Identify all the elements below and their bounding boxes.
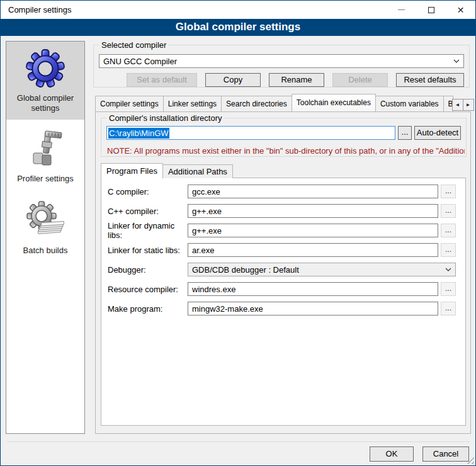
settings-category-list: Global compiler settings	[6, 41, 85, 434]
cpp-compiler-input[interactable]	[188, 204, 438, 218]
window-title: Compiler settings	[8, 1, 71, 19]
gray-gear-stack-icon	[9, 200, 82, 242]
make-program-input[interactable]	[188, 302, 438, 315]
auto-detect-button[interactable]: Auto-detect	[414, 126, 461, 140]
sidebar-item-profiler-settings[interactable]: Profiler settings	[6, 122, 84, 190]
make-program-label: Make program:	[101, 304, 188, 314]
toolchain-executables-page: Compiler's installation directory C:\ray…	[95, 111, 471, 434]
footer-divider	[7, 441, 470, 442]
rename-button[interactable]: Rename	[269, 73, 324, 87]
form-row-resource-compiler: Resource compiler: ...	[101, 282, 465, 296]
tab-linker-settings[interactable]: Linker settings	[163, 96, 222, 111]
settings-tabstrip: Compiler settings Linker settings Search…	[95, 94, 471, 111]
close-icon: ✕	[457, 6, 465, 14]
form-row-make-program: Make program: ...	[101, 302, 465, 315]
selected-path-text: C:\raylib\MinGW	[108, 128, 169, 139]
caption-buttons: ✕	[387, 1, 475, 19]
program-files-subtabs: Program Files Additional Paths	[101, 163, 232, 178]
installation-directory-row: C:\raylib\MinGW ... Auto-detect	[106, 126, 461, 140]
program-files-page: C compiler: ... C++ compiler: ... Linker…	[101, 178, 466, 426]
reset-defaults-button[interactable]: Reset defaults	[396, 73, 464, 87]
installation-directory-input[interactable]: C:\raylib\MinGW	[106, 126, 395, 140]
delete-button[interactable]: Delete	[332, 73, 388, 87]
form-row-cpp-compiler: C++ compiler: ...	[101, 204, 465, 218]
browse-button[interactable]: ...	[441, 185, 456, 198]
debugger-select[interactable]: GDB/CDB debugger : Default	[188, 263, 456, 276]
cancel-button[interactable]: Cancel	[422, 446, 469, 462]
minimize-button[interactable]	[387, 1, 416, 19]
debugger-label: Debugger:	[101, 265, 188, 275]
tab-custom-variables[interactable]: Custom variables	[375, 96, 444, 111]
blue-gear-icon	[9, 48, 82, 89]
group-label: Compiler's installation directory	[106, 113, 225, 123]
browse-button[interactable]: ...	[441, 224, 456, 237]
resource-compiler-input[interactable]	[188, 282, 438, 296]
browse-button[interactable]: ...	[441, 282, 456, 296]
form-row-c-compiler: C compiler: ...	[101, 185, 465, 198]
selected-compiler-group: Selected compiler GNU GCC Compiler Set a…	[93, 45, 470, 88]
page-title: Global compiler settings	[1, 19, 475, 36]
close-button[interactable]: ✕	[446, 1, 475, 19]
dynamic-linker-input[interactable]	[188, 224, 438, 237]
tab-toolchain-executables[interactable]: Toolchain executables	[292, 94, 376, 111]
sidebar-item-global-compiler-settings[interactable]: Global compiler settings	[6, 42, 84, 120]
form-row-static-linker: Linker for static libs: ...	[101, 243, 465, 257]
static-linker-label: Linker for static libs:	[101, 246, 188, 255]
tab-scroll-buttons: ◄ ►	[453, 99, 474, 111]
maximize-button[interactable]	[416, 1, 446, 19]
c-compiler-input[interactable]	[188, 185, 438, 198]
form-row-debugger: Debugger: GDB/CDB debugger : Default	[101, 263, 465, 276]
browse-directory-button[interactable]: ...	[398, 126, 412, 140]
ok-button[interactable]: OK	[370, 446, 414, 462]
c-compiler-label: C compiler:	[101, 187, 188, 196]
sidebar-item-label: Profiler settings	[9, 174, 82, 184]
maximize-icon	[428, 7, 434, 13]
sidebar-item-batch-builds[interactable]: Batch builds	[6, 194, 84, 262]
tab-scroll-right-icon[interactable]: ►	[463, 99, 474, 111]
cpp-compiler-label: C++ compiler:	[101, 207, 188, 216]
bin-subdirectory-note: NOTE: All programs must exist either in …	[107, 146, 465, 156]
resource-compiler-label: Resource compiler:	[101, 285, 188, 294]
compiler-actions: Set as default Copy Rename Delete Reset …	[127, 73, 464, 87]
sidebar-item-label: Global compiler settings	[9, 93, 82, 113]
minimize-icon	[398, 9, 405, 10]
sidebar-item-label: Batch builds	[9, 246, 82, 256]
subtab-additional-paths[interactable]: Additional Paths	[162, 164, 233, 178]
browse-button[interactable]: ...	[441, 243, 456, 257]
installation-directory-group: Compiler's installation directory C:\ray…	[101, 118, 467, 157]
compiler-select[interactable]: GNU GCC Compiler	[99, 54, 464, 68]
subtab-program-files[interactable]: Program Files	[101, 163, 163, 178]
compiler-select-value: GNU GCC Compiler	[103, 57, 450, 66]
static-linker-input[interactable]	[188, 243, 438, 257]
set-as-default-button[interactable]: Set as default	[127, 73, 197, 87]
group-label: Selected compiler	[99, 40, 169, 50]
tab-compiler-settings[interactable]: Compiler settings	[95, 96, 164, 111]
compiler-settings-dialog: Compiler settings ✕ Global compiler sett…	[0, 0, 476, 466]
chevron-down-icon	[445, 268, 451, 271]
titlebar: Compiler settings ✕	[1, 1, 475, 19]
tab-search-directories[interactable]: Search directories	[221, 96, 292, 111]
browse-button[interactable]: ...	[441, 302, 456, 315]
chevron-down-icon	[453, 59, 460, 63]
dynamic-linker-label: Linker for dynamic libs:	[101, 221, 188, 240]
caliper-icon	[9, 128, 82, 170]
browse-button[interactable]: ...	[441, 204, 456, 218]
debugger-select-value: GDB/CDB debugger : Default	[192, 265, 445, 275]
copy-button[interactable]: Copy	[205, 73, 261, 87]
form-row-dynamic-linker: Linker for dynamic libs: ...	[101, 224, 465, 237]
tab-scroll-left-icon[interactable]: ◄	[452, 99, 463, 111]
